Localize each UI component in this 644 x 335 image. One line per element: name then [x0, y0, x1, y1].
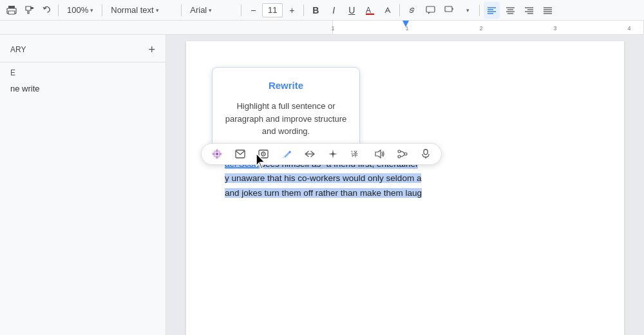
main-layout: ARY + E ne write Rewrite Highlight a ful…	[0, 35, 644, 335]
align-center-button[interactable]	[502, 2, 518, 19]
separator-4	[241, 5, 242, 16]
svg-rect-2	[8, 11, 15, 14]
sidebar-outline-label: E	[10, 68, 15, 77]
arrows-icon[interactable]	[302, 146, 317, 162]
highlighted-text-3: and jokes turn them off rather than make…	[225, 188, 422, 198]
svg-point-35	[218, 151, 221, 153]
svg-point-30	[216, 149, 218, 153]
sidebar-outline-item[interactable]: E	[0, 65, 166, 81]
link-button[interactable]	[404, 2, 420, 19]
style-arrow: ▾	[156, 7, 159, 14]
sparkle-icon[interactable]	[325, 146, 341, 162]
sidebar-write-item[interactable]: ne write	[0, 81, 166, 97]
branch-icon[interactable]	[395, 146, 410, 162]
svg-point-34	[214, 151, 216, 153]
underline-button[interactable]: U	[344, 2, 359, 19]
font-color-button[interactable]: A	[362, 2, 377, 19]
svg-rect-5	[366, 14, 374, 15]
svg-point-36	[214, 155, 216, 158]
paint-format-button[interactable]	[22, 2, 37, 19]
insert-button[interactable]	[441, 2, 457, 19]
style-dropdown[interactable]: Normal text ▾	[106, 2, 177, 19]
svg-text:A: A	[366, 6, 371, 15]
svg-point-37	[218, 155, 221, 158]
justify-button[interactable]	[540, 2, 556, 19]
svg-rect-3	[30, 7, 33, 9]
svg-rect-0	[8, 6, 15, 8]
separator-1	[58, 5, 59, 16]
zoom-dropdown[interactable]: 100% ▾	[62, 2, 98, 19]
font-size-input[interactable]	[262, 3, 283, 17]
italic-button[interactable]: I	[326, 2, 341, 19]
svg-point-47	[404, 153, 407, 155]
svg-point-45	[398, 150, 401, 153]
highlighted-text-2: y unaware that his co-workers would only…	[225, 173, 421, 183]
separator-3	[181, 5, 182, 16]
svg-point-41	[263, 153, 264, 155]
separator-6	[399, 5, 400, 16]
font-dropdown[interactable]: Arial ▾	[185, 2, 237, 19]
translate-icon[interactable]: 译	[348, 146, 364, 162]
undo-button[interactable]	[39, 2, 54, 19]
print-button[interactable]	[4, 2, 19, 19]
blog-icon[interactable]	[256, 146, 271, 162]
svg-point-46	[398, 155, 401, 158]
mail-icon[interactable]	[232, 146, 248, 162]
svg-rect-48	[424, 149, 428, 155]
svg-rect-10	[445, 6, 452, 12]
font-arrow: ▾	[209, 7, 212, 14]
insert-dropdown-button[interactable]: ▾	[460, 2, 475, 19]
font-value: Arial	[190, 5, 207, 15]
svg-point-33	[219, 153, 222, 155]
pen-icon[interactable]	[279, 146, 294, 162]
ruler: 1 1 2 3 4 5	[0, 21, 644, 35]
svg-rect-38	[236, 150, 245, 158]
comment-button[interactable]	[422, 2, 439, 19]
sidebar-summary-section[interactable]: ARY +	[0, 40, 166, 59]
zoom-arrow: ▾	[90, 7, 93, 14]
rewrite-popup-description: Highlight a full sentence or paragraph a…	[224, 100, 348, 138]
document-page[interactable]: Rewrite Highlight a full sentence or par…	[186, 41, 624, 335]
speaker-icon[interactable]	[372, 146, 387, 162]
svg-rect-8	[426, 6, 435, 12]
rewrite-popup-title: Rewrite	[224, 78, 348, 93]
svg-point-32	[213, 153, 216, 155]
sidebar-write-label: ne write	[10, 84, 40, 93]
svg-marker-44	[375, 150, 381, 158]
font-size-control: − +	[245, 2, 299, 19]
separator-5	[303, 5, 304, 16]
zoom-value: 100%	[67, 5, 88, 15]
sidebar: ARY + E ne write	[0, 35, 166, 335]
rewrite-popup: Rewrite Highlight a full sentence or par…	[212, 67, 360, 149]
align-right-button[interactable]	[521, 2, 537, 19]
sidebar-summary-label: ARY	[10, 45, 26, 54]
sidebar-divider-1	[0, 62, 166, 62]
style-value: Normal text	[111, 5, 153, 15]
decrease-font-button[interactable]: −	[245, 2, 261, 19]
ai-flower-icon[interactable]	[209, 146, 225, 162]
svg-point-29	[216, 153, 218, 155]
document-area[interactable]: Rewrite Highlight a full sentence or par…	[166, 35, 644, 335]
highlight-button[interactable]	[380, 2, 395, 19]
separator-2	[102, 5, 102, 16]
align-left-button[interactable]	[484, 2, 500, 19]
separator-7	[479, 5, 480, 16]
main-toolbar: 100% ▾ Normal text ▾ Arial ▾ − + B I U A	[0, 0, 644, 21]
svg-point-31	[216, 156, 218, 159]
floating-toolbar: 译	[201, 143, 442, 165]
ruler-area: 1 1 2 3 4 5	[332, 21, 644, 34]
increase-font-button[interactable]: +	[284, 2, 299, 19]
sidebar-add-button[interactable]: +	[148, 44, 155, 55]
svg-text:译: 译	[351, 150, 358, 158]
svg-marker-9	[428, 12, 430, 14]
mic-icon[interactable]	[418, 146, 433, 162]
bold-button[interactable]: B	[308, 2, 323, 19]
